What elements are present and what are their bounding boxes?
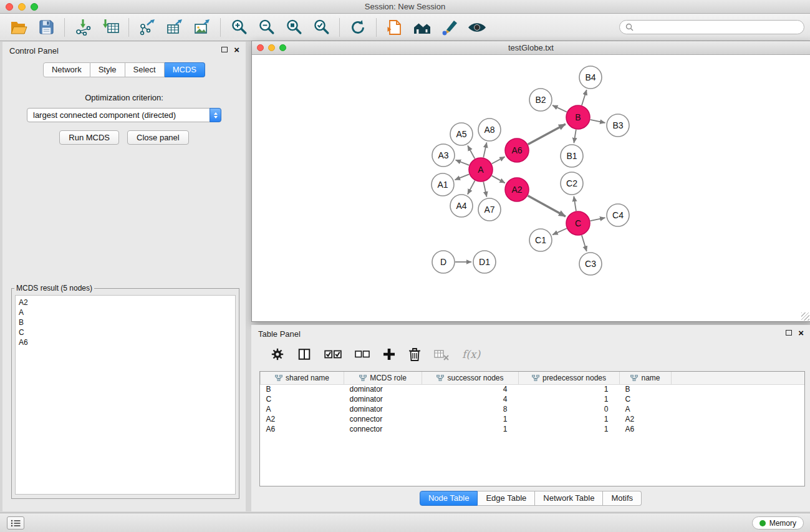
graph-node-A2[interactable]: A2	[505, 178, 529, 201]
column-header-predecessor-nodes[interactable]: predecessor nodes	[519, 372, 620, 384]
graph-node-D1[interactable]: D1	[473, 251, 496, 273]
table-cell[interactable]: A2	[620, 414, 672, 424]
tab-network-table[interactable]: Network Table	[535, 491, 603, 506]
home-button[interactable]	[408, 16, 436, 39]
export-table-button[interactable]	[161, 16, 188, 39]
close-panel-button[interactable]: Close panel	[127, 130, 189, 145]
graph-edge-A-A5[interactable]	[468, 145, 475, 158]
tab-edge-table[interactable]: Edge Table	[478, 491, 535, 506]
open-recent-button[interactable]	[381, 16, 408, 39]
close-window-button[interactable]	[6, 3, 13, 11]
table-cell[interactable]: 1	[422, 414, 519, 424]
graph-edge-A-A4[interactable]	[468, 181, 475, 195]
show-columns-button[interactable]	[297, 347, 311, 361]
graph-node-A7[interactable]: A7	[478, 198, 501, 221]
column-header-name[interactable]: name	[620, 372, 672, 384]
delete-column-button[interactable]	[408, 347, 421, 361]
column-header-successor-nodes[interactable]: successor nodes	[422, 372, 519, 384]
network-canvas[interactable]: B4B2BB3A5A8A6B1A3AC2A1A2A4A7CC4C1C3DD1	[252, 55, 810, 321]
table-row-A6[interactable]: A6connector11A6	[261, 424, 805, 434]
table-cell[interactable]: dominator	[344, 384, 422, 394]
import-table-button[interactable]	[97, 16, 124, 39]
titlebar[interactable]: Session: New Session	[0, 0, 810, 14]
close-panel-icon[interactable]: ×	[798, 329, 804, 336]
search-field[interactable]	[619, 20, 804, 34]
table-cell[interactable]: B	[620, 384, 672, 394]
zoom-fit-button[interactable]	[280, 16, 307, 39]
table-cell[interactable]: 1	[519, 414, 620, 424]
graph-node-C[interactable]: C	[566, 211, 590, 235]
table-cell[interactable]: A2	[261, 414, 344, 424]
table-cell[interactable]: 4	[422, 384, 519, 394]
graph-node-A[interactable]: A	[469, 158, 493, 181]
graph-node-A8[interactable]: A8	[478, 118, 501, 141]
table-cell[interactable]: A6	[261, 424, 344, 434]
table-row-C[interactable]: Cdominator41C	[261, 394, 805, 404]
graph-edge-A2-C[interactable]	[528, 196, 566, 216]
resize-grip[interactable]	[801, 312, 809, 321]
graph-node-A5[interactable]: A5	[450, 123, 473, 145]
table-cell[interactable]: connector	[344, 424, 422, 434]
export-image-button[interactable]	[188, 16, 216, 39]
graph-edge-C-C1[interactable]	[552, 228, 567, 235]
export-network-button[interactable]	[133, 16, 161, 39]
graph-edge-A-A1[interactable]	[455, 174, 470, 180]
graph-edge-A-A8[interactable]	[483, 143, 486, 158]
task-history-button[interactable]	[7, 516, 24, 530]
style-brush-button[interactable]	[436, 16, 463, 39]
create-column-button[interactable]	[383, 348, 395, 360]
graph-edge-B-B1[interactable]	[574, 130, 576, 143]
graph-edge-B-B3[interactable]	[591, 120, 605, 123]
float-panel-icon[interactable]	[786, 330, 792, 336]
tab-motifs[interactable]: Motifs	[603, 491, 642, 506]
refresh-button[interactable]	[344, 16, 372, 39]
graph-node-A3[interactable]: A3	[432, 144, 455, 167]
network-minimize-button[interactable]	[268, 44, 275, 51]
delete-table-button[interactable]	[434, 348, 449, 360]
network-zoom-button[interactable]	[279, 44, 286, 51]
deselect-all-columns-button[interactable]	[355, 349, 370, 359]
table-settings-button[interactable]	[271, 347, 284, 361]
show-graphics-details-button[interactable]	[463, 16, 491, 39]
table-cell[interactable]: 1	[519, 394, 620, 404]
mcds-result-item[interactable]: A6	[19, 337, 232, 347]
tab-network[interactable]: Network	[43, 62, 90, 77]
table-row-A[interactable]: Adominator80A	[261, 404, 805, 414]
function-builder-button[interactable]: f(x)	[462, 348, 480, 360]
graph-node-B2[interactable]: B2	[529, 89, 552, 111]
mcds-result-item[interactable]: A2	[19, 297, 232, 307]
zoom-out-button[interactable]	[253, 16, 280, 39]
table-cell[interactable]: 0	[519, 404, 620, 414]
graph-edge-C-C4[interactable]	[591, 218, 605, 221]
criterion-select[interactable]: largest connected component (directed)	[27, 108, 221, 122]
graph-edge-B-B2[interactable]	[552, 105, 567, 112]
search-input[interactable]	[637, 23, 798, 32]
tab-select[interactable]: Select	[125, 62, 165, 77]
graph-edge-A-A7[interactable]	[483, 182, 486, 197]
close-panel-icon[interactable]: ×	[234, 46, 239, 53]
network-window-titlebar[interactable]: testGlobe.txt	[252, 41, 810, 55]
table-cell[interactable]: 4	[422, 394, 519, 404]
graph-edge-C-C2[interactable]	[574, 196, 576, 211]
memory-button[interactable]: Memory	[752, 516, 804, 530]
table-cell[interactable]: connector	[344, 414, 422, 424]
table-cell[interactable]: dominator	[344, 394, 422, 404]
graph-node-C3[interactable]: C3	[579, 253, 602, 275]
table-cell[interactable]: 1	[519, 424, 620, 434]
graph-edge-B-B4[interactable]	[582, 90, 587, 105]
graph-edge-A-A2[interactable]	[492, 176, 505, 183]
graph-node-B1[interactable]: B1	[561, 145, 583, 167]
zoom-selected-button[interactable]	[307, 16, 335, 39]
graph-node-A1[interactable]: A1	[432, 173, 454, 196]
table-cell[interactable]: 1	[422, 424, 519, 434]
column-header-mcds-role[interactable]: MCDS role	[344, 372, 422, 384]
table-cell[interactable]: A6	[620, 424, 672, 434]
graph-node-A6[interactable]: A6	[505, 138, 529, 162]
table-cell[interactable]: A	[261, 404, 344, 414]
graph-node-B3[interactable]: B3	[607, 114, 629, 137]
table-cell[interactable]: 1	[519, 384, 620, 394]
graph-node-A4[interactable]: A4	[450, 195, 473, 217]
table-row-B[interactable]: Bdominator41B	[261, 384, 805, 394]
graph-node-D[interactable]: D	[432, 251, 455, 273]
save-session-button[interactable]	[32, 16, 60, 39]
